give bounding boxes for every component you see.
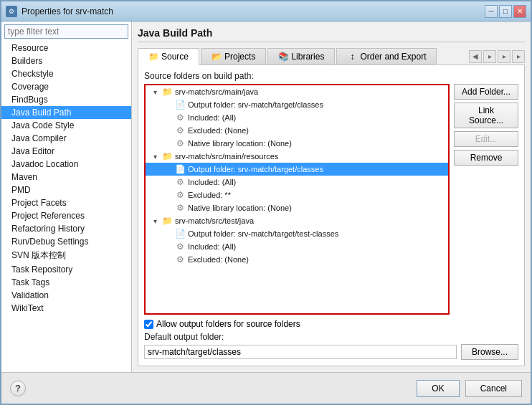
sidebar-item[interactable]: Maven [1,171,131,184]
sidebar: ResourceBuildersCheckstyleCoverageFindBu… [1,22,132,372]
sidebar-item[interactable]: Builders [1,54,131,67]
minimize-button[interactable]: ─ [485,5,498,18]
output-folder-input[interactable] [144,345,457,359]
sidebar-item[interactable]: Java Code Style [1,119,131,132]
source-folders-label: Source folders on build path: [144,71,518,81]
tab-icon-order and export: ↕ [347,52,357,62]
sidebar-item[interactable]: Task Tags [1,276,131,289]
sidebar-item[interactable]: Java Compiler [1,132,131,145]
nav-arrow-1[interactable]: ▸ [483,50,496,63]
tree-item-label: srv-match/src/main/resources [175,152,278,161]
source-tree[interactable]: ▾📁srv-match/src/main/java📄Output folder:… [144,84,450,315]
sidebar-list: ResourceBuildersCheckstyleCoverageFindBu… [1,42,131,372]
tree-toggle[interactable]: ▾ [150,88,160,96]
tab-icon-source: 📁 [148,52,158,62]
tree-item[interactable]: 📄Output folder: srv-match/target/test-cl… [146,227,448,240]
tree-item-label: Output folder: srv-match/target/test-cla… [188,229,338,238]
tree-item[interactable]: ⚙Native library location: (None) [146,201,448,214]
tree-item-icon: 📁 [161,86,173,97]
tree-item-icon: ⚙ [174,189,186,201]
sidebar-item[interactable]: Task Repository [1,263,131,276]
sidebar-item[interactable]: Project Facets [1,196,131,209]
sidebar-item[interactable]: PMD [1,184,131,196]
sidebar-item[interactable]: Run/Debug Settings [1,235,131,248]
tree-item[interactable]: ⚙Excluded: (None) [146,124,448,137]
tab-label: Source [161,52,189,62]
tree-item[interactable]: ⚙Excluded: ** [146,189,448,201]
edit-button[interactable]: Edit... [454,131,518,147]
tree-item[interactable]: ⚙Included: (All) [146,176,448,189]
tree-item[interactable]: ⚙Excluded: (None) [146,253,448,266]
tree-item-label: Native library location: (None) [188,139,292,148]
tab-projects[interactable]: 📂Projects [201,48,266,65]
tree-item-icon: 📄 [174,228,186,239]
main-content: ResourceBuildersCheckstyleCoverageFindBu… [1,22,531,372]
sidebar-item[interactable]: Java Editor [1,145,131,158]
sidebar-item[interactable]: Checkstyle [1,67,131,80]
tree-item[interactable]: ▾📁srv-match/src/main/resources [146,150,448,163]
tree-item-icon: ⚙ [174,254,186,265]
title-bar: ⚙ Properties for srv-match ─ □ ✕ [1,1,531,22]
nav-arrow-3[interactable]: ▸ [512,50,525,63]
tab-libraries[interactable]: 📚Libraries [267,48,335,65]
cancel-button[interactable]: Cancel [465,380,522,397]
nav-arrow-0[interactable]: ◀ [469,50,482,63]
help-button[interactable]: ? [10,381,26,396]
allow-output-label: Allow output folders for source folders [156,319,300,329]
allow-output-checkbox[interactable] [144,320,153,329]
tree-item-icon: 📄 [174,163,186,175]
tab-label: Order and Export [360,52,426,62]
sidebar-item[interactable]: Java Build Path [1,106,131,119]
remove-button[interactable]: Remove [454,150,518,166]
tree-toggle[interactable]: ▾ [150,217,160,225]
sidebar-item[interactable]: Project References [1,209,131,222]
maximize-button[interactable]: □ [499,5,512,18]
action-buttons: Add Folder... Link Source... Edit... Rem… [454,84,518,315]
tree-item[interactable]: ⚙Included: (All) [146,111,448,124]
sidebar-item[interactable]: FindBugs [1,93,131,106]
tree-item[interactable]: ▾📁srv-match/src/test/java [146,214,448,227]
footer: ? OK Cancel [1,372,531,404]
tab-source[interactable]: 📁Source [138,48,199,65]
link-source-button[interactable]: Link Source... [454,103,518,128]
browse-button[interactable]: Browse... [461,344,518,360]
right-panel: Java Build Path 📁Source📂Projects📚Librari… [132,22,531,372]
sidebar-item[interactable]: Javadoc Location [1,158,131,171]
sidebar-item[interactable]: WikiText [1,302,131,315]
tree-item-label: Output folder: srv-match/target/classes [188,100,323,109]
tree-item[interactable]: 📄Output folder: srv-match/target/classes [146,98,448,111]
tree-item[interactable]: ⚙Native library location: (None) [146,137,448,150]
sidebar-item[interactable]: Refactoring History [1,222,131,235]
tree-item-icon: ⚙ [174,241,186,252]
tree-item-label: srv-match/src/main/java [175,87,258,96]
sidebar-item[interactable]: Validation [1,289,131,302]
panel-title: Java Build Path [138,27,525,42]
tree-buttons-area: ▾📁srv-match/src/main/java📄Output folder:… [144,84,518,315]
properties-window: ⚙ Properties for srv-match ─ □ ✕ Resourc… [0,0,532,405]
tab-icon-libraries: 📚 [278,52,288,62]
allow-output-row: Allow output folders for source folders [144,319,518,329]
tree-item-label: Excluded: (None) [188,126,249,135]
tree-item-icon: ⚙ [174,138,186,149]
tree-item[interactable]: ▾📁srv-match/src/main/java [146,85,448,98]
ok-button[interactable]: OK [417,380,459,397]
tree-item[interactable]: 📄Output folder: srv-match/target/classes [146,163,448,176]
tree-item-label: Included: (All) [188,113,236,122]
output-row: Browse... [144,344,518,360]
tree-item-icon: ⚙ [174,176,186,188]
close-button[interactable]: ✕ [513,5,526,18]
tree-item-icon: 📁 [161,215,173,227]
tree-item-icon: ⚙ [174,112,186,123]
add-folder-button[interactable]: Add Folder... [454,84,518,100]
filter-input[interactable] [4,24,128,39]
default-output-label: Default output folder: [144,332,518,342]
tree-item-label: Included: (All) [188,242,236,251]
title-bar-left: ⚙ Properties for srv-match [6,6,113,17]
nav-arrow-2[interactable]: ▸ [498,50,510,63]
tab-order-and-export[interactable]: ↕Order and Export [336,48,437,65]
tree-item[interactable]: ⚙Included: (All) [146,240,448,253]
sidebar-item[interactable]: Resource [1,42,131,54]
sidebar-item[interactable]: Coverage [1,80,131,93]
sidebar-item[interactable]: SVN 版本控制 [1,248,131,263]
tree-toggle[interactable]: ▾ [150,153,160,161]
